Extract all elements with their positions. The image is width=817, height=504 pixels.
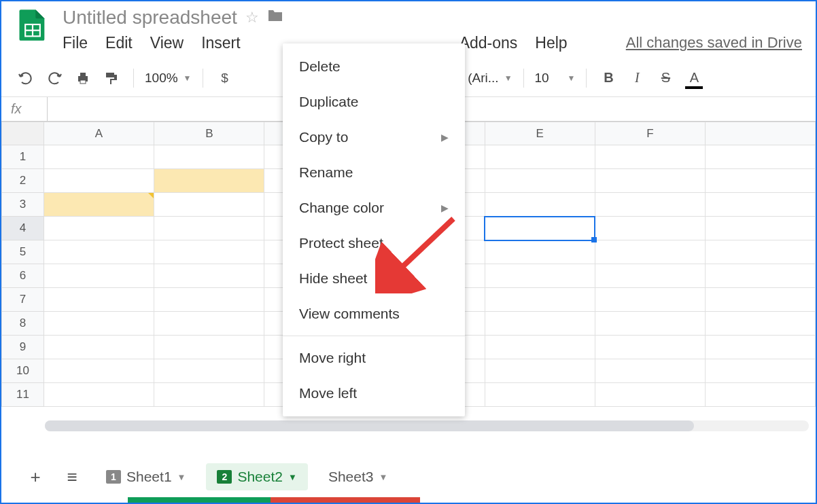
ctx-duplicate[interactable]: Duplicate <box>283 84 465 120</box>
cell[interactable] <box>706 383 816 407</box>
zoom-selector[interactable]: 100% ▼ <box>145 71 192 86</box>
cell[interactable] <box>154 312 264 336</box>
row-header[interactable]: 3 <box>2 193 44 217</box>
add-sheet-button[interactable]: + <box>22 463 49 490</box>
cell[interactable] <box>706 336 816 359</box>
fontsize-selector[interactable]: 10 ▼ <box>535 71 576 86</box>
cell[interactable] <box>154 383 264 407</box>
cell[interactable] <box>44 359 154 383</box>
row-header[interactable]: 5 <box>2 240 44 264</box>
cell[interactable] <box>154 288 264 312</box>
text-color-button[interactable]: A <box>683 67 705 89</box>
menu-file[interactable]: File <box>63 34 88 52</box>
cell[interactable] <box>706 145 816 169</box>
row-header[interactable]: 7 <box>2 288 44 312</box>
cell[interactable] <box>706 169 816 193</box>
menu-insert[interactable]: Insert <box>201 34 241 52</box>
undo-button[interactable] <box>15 67 37 89</box>
cell[interactable] <box>706 359 816 383</box>
row-header[interactable]: 8 <box>2 312 44 336</box>
cell[interactable] <box>44 145 154 169</box>
cell[interactable] <box>154 193 264 217</box>
cell[interactable] <box>44 217 154 240</box>
menu-view[interactable]: View <box>150 34 184 52</box>
row-header[interactable]: 4 <box>2 217 44 240</box>
ctx-copy-to[interactable]: Copy to▶ <box>283 120 465 155</box>
cell[interactable] <box>154 240 264 264</box>
folder-icon[interactable] <box>267 9 283 26</box>
cell[interactable] <box>485 264 595 288</box>
cell[interactable] <box>485 288 595 312</box>
cell[interactable] <box>595 312 705 336</box>
cell[interactable] <box>595 193 705 217</box>
cell[interactable] <box>706 288 816 312</box>
all-sheets-button[interactable]: ≡ <box>58 463 86 490</box>
cell[interactable] <box>595 169 705 193</box>
cell[interactable] <box>44 288 154 312</box>
col-header-g[interactable] <box>706 122 816 145</box>
row-header[interactable]: 11 <box>2 383 44 407</box>
cell[interactable] <box>485 145 595 169</box>
cell[interactable] <box>595 383 705 407</box>
ctx-move-right[interactable]: Move right <box>283 340 465 376</box>
corner-cell[interactable] <box>2 122 44 145</box>
cell[interactable] <box>485 336 595 359</box>
ctx-rename[interactable]: Rename <box>283 155 465 190</box>
redo-button[interactable] <box>44 67 65 89</box>
cell[interactable] <box>154 217 264 240</box>
cell[interactable] <box>595 240 705 264</box>
cell[interactable] <box>595 288 705 312</box>
cell[interactable] <box>44 336 154 359</box>
col-header-a[interactable]: A <box>44 122 154 145</box>
cell[interactable] <box>154 359 264 383</box>
cell[interactable] <box>595 145 705 169</box>
currency-button[interactable]: $ <box>214 67 236 89</box>
cell[interactable] <box>706 264 816 288</box>
star-icon[interactable]: ☆ <box>245 9 259 26</box>
scrollbar-thumb[interactable] <box>45 420 694 431</box>
col-header-b[interactable]: B <box>154 122 264 145</box>
italic-button[interactable]: I <box>626 67 648 89</box>
ctx-protect-sheet[interactable]: Protect sheet <box>283 226 465 261</box>
cell-highlighted[interactable] <box>154 169 264 193</box>
ctx-hide-sheet[interactable]: Hide sheet <box>283 261 465 296</box>
cell[interactable] <box>595 264 705 288</box>
row-header[interactable]: 6 <box>2 264 44 288</box>
sheet-tab-1[interactable]: 1 Sheet1 ▼ <box>95 463 196 490</box>
cell[interactable] <box>44 169 154 193</box>
ctx-change-color[interactable]: Change color▶ <box>283 190 465 226</box>
paint-format-button[interactable] <box>101 67 122 89</box>
cell[interactable] <box>485 383 595 407</box>
cell-highlighted[interactable] <box>44 193 154 217</box>
row-header[interactable]: 9 <box>2 336 44 359</box>
col-header-f[interactable]: F <box>595 122 705 145</box>
cell[interactable] <box>595 359 705 383</box>
cell[interactable] <box>154 145 264 169</box>
doc-title[interactable]: Untitled spreadsheet <box>63 7 237 29</box>
ctx-delete[interactable]: Delete <box>283 49 465 84</box>
cell[interactable] <box>706 193 816 217</box>
saved-status[interactable]: All changes saved in Drive <box>626 34 802 52</box>
bold-button[interactable]: B <box>597 67 619 89</box>
cell[interactable] <box>485 240 595 264</box>
cell[interactable] <box>595 217 705 240</box>
cell-selected[interactable] <box>485 217 595 240</box>
cell[interactable] <box>706 217 816 240</box>
ctx-move-left[interactable]: Move left <box>283 376 465 411</box>
cell[interactable] <box>706 240 816 264</box>
row-header[interactable]: 1 <box>2 145 44 169</box>
cell[interactable] <box>44 240 154 264</box>
cell[interactable] <box>706 312 816 336</box>
cell[interactable] <box>485 359 595 383</box>
cell[interactable] <box>154 264 264 288</box>
row-header[interactable]: 2 <box>2 169 44 193</box>
print-button[interactable] <box>72 67 94 89</box>
menu-edit[interactable]: Edit <box>105 34 133 52</box>
sheet-tab-2[interactable]: 2 Sheet2 ▼ <box>206 463 307 490</box>
col-header-e[interactable]: E <box>485 122 595 145</box>
row-header[interactable]: 10 <box>2 359 44 383</box>
cell[interactable] <box>154 336 264 359</box>
menu-help[interactable]: Help <box>535 34 567 52</box>
cell[interactable] <box>485 169 595 193</box>
menu-addons[interactable]: Add-ons <box>459 34 518 52</box>
